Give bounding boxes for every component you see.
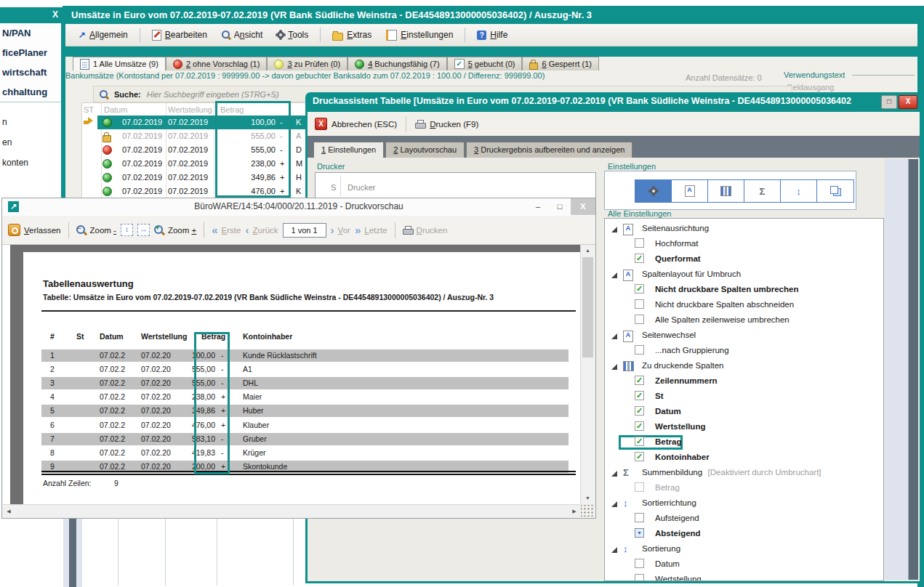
settings-button-sum[interactable]: Σ xyxy=(744,180,781,202)
dialog-tab-2-layoutvorschau[interactable]: 2 Layoutvorschau xyxy=(385,142,465,158)
dialog-close-button[interactable]: X xyxy=(899,95,917,109)
sidebar-section-chhaltung[interactable]: chhaltung xyxy=(0,82,63,102)
sidebar-item-n[interactable]: n xyxy=(0,115,63,129)
tree-expand-icon[interactable] xyxy=(611,227,617,232)
tree-expand-icon[interactable] xyxy=(611,333,617,339)
tree-item-querformat[interactable]: ✓Querformat xyxy=(605,252,883,267)
tree-item-datum[interactable]: Datum xyxy=(605,557,883,572)
menu-item-allgemein[interactable]: ↗Allgemein xyxy=(73,28,134,42)
tree-item-nach-gruppierung[interactable]: ...nach Gruppierung xyxy=(605,344,883,359)
tree-node-spaltenlayout-für-umbruch[interactable]: ASpaltenlayout für Umbruch xyxy=(605,267,883,283)
settings-button-copies[interactable] xyxy=(817,180,853,202)
last-page-button[interactable]: » Letzte xyxy=(355,224,387,236)
tree-item-wertstellung[interactable]: Wertstellung xyxy=(605,572,883,581)
menu-item-einstellungen[interactable]: Einstellungen xyxy=(380,28,459,43)
checkbox[interactable]: ✓ xyxy=(635,391,644,400)
scroll-left-icon[interactable]: ◀ xyxy=(3,505,15,517)
drucken-button[interactable]: Drucken (F9) xyxy=(415,120,478,129)
checkbox[interactable] xyxy=(635,299,644,309)
tree-node-sortierrichtung[interactable]: ↕Sortierrichtung xyxy=(605,496,883,511)
menu-item-extras[interactable]: Extras xyxy=(326,28,377,43)
background-scrollbar-thumb[interactable] xyxy=(69,517,76,587)
checkbox[interactable]: ✓ xyxy=(635,452,644,461)
menu-item-hilfe[interactable]: ?Hilfe xyxy=(471,28,513,42)
tree-item-nicht-druckbare-spalten-umbrechen[interactable]: ✓Nicht druckbare Spalten umbrechen xyxy=(605,283,883,298)
preview-print-button[interactable]: Drucken xyxy=(403,226,448,235)
tab-6-gesperrt-1[interactable]: 6 Gesperrt (1) xyxy=(522,57,598,70)
zoom-in-button[interactable]: + Zoom + xyxy=(154,225,196,235)
tree-node-sortierung[interactable]: ↕Sortierung xyxy=(605,542,883,557)
zoom-out-button[interactable]: − Zoom - xyxy=(76,225,116,235)
checkbox[interactable] xyxy=(635,482,644,492)
settings-button-sort-direction[interactable]: ↕ xyxy=(781,180,817,202)
fit-width-button[interactable]: ↔ xyxy=(137,224,150,236)
verlassen-button[interactable]: Verlassen xyxy=(8,224,61,236)
dialog-tab-3-druckergebnis-aufbereiten-und-anzeigen[interactable]: 3 Druckergebnis aufbereiten und anzeigen xyxy=(466,142,632,158)
settings-button-print-columns[interactable] xyxy=(708,180,744,202)
menu-item-bearbeiten[interactable]: Bearbeiten xyxy=(146,28,213,43)
sidebar-section-n-pan[interactable]: N/PAN xyxy=(0,23,63,44)
tree-item-datum[interactable]: ✓Datum xyxy=(605,405,883,420)
page-number-input[interactable]: 1 von 1 xyxy=(283,223,326,238)
tree-node-summenbildung[interactable]: ΣSummenbildung[Deaktiviert durch Umbruch… xyxy=(605,466,883,481)
tree-node-zu-druckende-spalten[interactable]: Zu druckende Spalten xyxy=(605,359,883,374)
settings-button-general[interactable] xyxy=(635,180,672,202)
dialog-tab-1-einstellungen[interactable]: 1 Einstellungen xyxy=(313,142,384,158)
checkbox[interactable] xyxy=(635,315,644,324)
fit-height-button[interactable]: ↕ xyxy=(121,224,133,236)
checkbox[interactable] xyxy=(635,559,644,568)
checkbox[interactable] xyxy=(635,574,644,581)
scroll-right-icon[interactable]: ▶ xyxy=(569,505,580,517)
scrollbar-thumb[interactable] xyxy=(582,257,593,357)
tab-2-ohne-vorschlag-1[interactable]: 2 ohne Vorschlag (1) xyxy=(166,57,268,70)
preview-maximize-button[interactable]: □ xyxy=(549,198,571,215)
settings-button-page-layout[interactable]: A xyxy=(672,180,708,202)
tree-item-nicht-druckbare-spalten-abschneiden[interactable]: Nicht druckbare Spalten abschneiden xyxy=(605,298,883,313)
checkbox[interactable] xyxy=(635,513,644,522)
checkbox[interactable] xyxy=(635,238,644,248)
tree-node-seitenausrichtung[interactable]: ASeitenausrichtung xyxy=(605,222,883,237)
tree-item-aufsteigend[interactable]: Aufsteigend xyxy=(605,511,883,527)
tree-item-absteigend[interactable]: ▼Absteigend xyxy=(605,527,883,542)
dialog-scrollbar-thumb[interactable] xyxy=(908,159,918,580)
tree-expand-icon[interactable] xyxy=(611,272,617,278)
tree-item-zeilennummern[interactable]: ✓Zeilennummern xyxy=(605,374,883,389)
checkbox[interactable]: ✓ xyxy=(635,406,644,416)
scroll-down-icon[interactable]: ▼ xyxy=(581,493,595,504)
tree-item-wertstellung[interactable]: ✓Wertstellung xyxy=(605,420,883,435)
tab-3-zu-prüfen-0[interactable]: 3 zu Prüfen (0) xyxy=(267,57,347,70)
checkbox[interactable]: ✓ xyxy=(635,376,644,385)
sort-descending-icon[interactable]: ▼ xyxy=(635,528,644,538)
preview-horizontal-scrollbar[interactable]: ◀ ▶ xyxy=(3,504,580,517)
sidebar-item-konten[interactable]: konten xyxy=(0,155,63,170)
sidebar-close-icon[interactable]: X xyxy=(52,9,58,20)
sidebar-section-wirtschaft[interactable]: wirtschaft xyxy=(0,62,63,83)
preview-minimize-button[interactable]: – xyxy=(527,198,549,215)
tree-item-betrag[interactable]: ✓Betrag xyxy=(605,435,883,450)
settings-tree[interactable]: ASeitenausrichtungHochformat✓QuerformatA… xyxy=(604,218,884,581)
checkbox[interactable]: ✓ xyxy=(635,421,644,431)
dialog-scrollbar-track[interactable] xyxy=(885,159,908,580)
tree-item-kontoinhaber[interactable]: ✓Kontoinhaber xyxy=(605,450,883,466)
tree-item-betrag[interactable]: Betrag xyxy=(605,481,883,496)
next-page-button[interactable]: › Vor xyxy=(331,224,350,236)
tree-node-seitenwechsel[interactable]: ASeitenwechsel xyxy=(605,328,883,344)
tab-5-gebucht-0[interactable]: ✓5 gebucht (0) xyxy=(447,57,523,70)
search-input[interactable]: Hier Suchbegriff eingeben (STRG+S) xyxy=(147,90,279,99)
tree-item-hochformat[interactable]: Hochformat xyxy=(605,237,883,252)
tree-expand-icon[interactable] xyxy=(611,547,617,553)
menu-item-tools[interactable]: Tools xyxy=(271,28,314,42)
scroll-up-icon[interactable]: ▲ xyxy=(581,245,595,256)
sidebar-section-ficeplaner[interactable]: ficePlaner xyxy=(0,43,63,63)
sidebar-item-en[interactable]: en xyxy=(0,135,63,150)
dialog-maximize-button[interactable]: □ xyxy=(881,95,897,109)
checkbox[interactable]: ✓ xyxy=(635,437,644,446)
prev-page-button[interactable]: ‹ Zurück xyxy=(245,224,278,236)
abbrechen-button[interactable]: X Abbrechen (ESC) xyxy=(315,118,397,130)
tree-item-st[interactable]: ✓St xyxy=(605,389,883,405)
tree-item-alle-spalten-zeilenweise-umbrechen[interactable]: Alle Spalten zeilenweise umbrechen xyxy=(605,313,883,328)
menu-item-ansicht[interactable]: Ansicht xyxy=(216,28,268,42)
tab-1-alle-umsätze-9[interactable]: 1 Alle Umsätze (9) xyxy=(73,57,166,70)
tree-expand-icon[interactable] xyxy=(611,501,617,507)
first-page-button[interactable]: « Erste xyxy=(212,224,241,236)
